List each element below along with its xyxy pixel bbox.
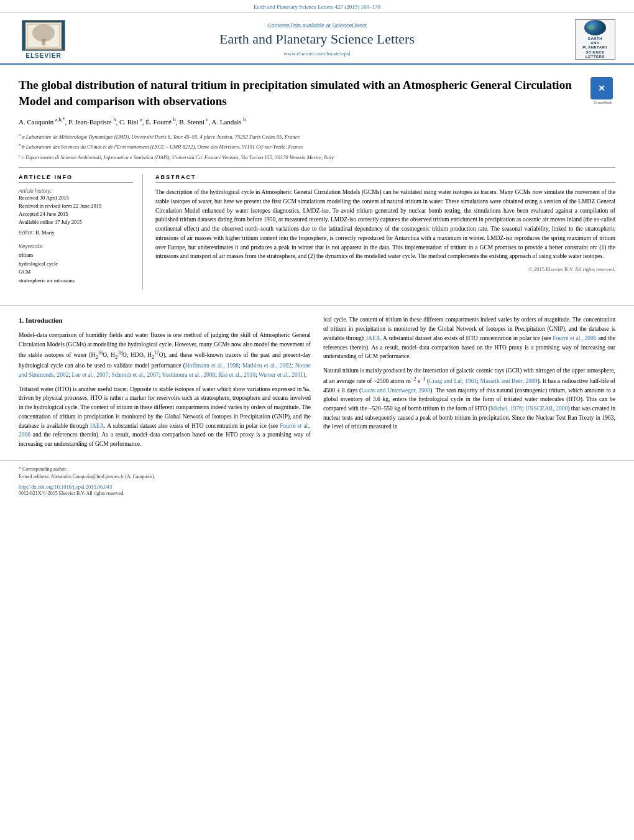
ref-unscear[interactable]: UNSCEAR, 2000 (525, 405, 567, 412)
author-risi: C. Risi a (119, 118, 142, 126)
intro-para-1: Model–data comparison of humidity fields… (19, 331, 311, 379)
body-two-col: 1. Introduction Model–data comparison of… (0, 315, 634, 453)
doi-link[interactable]: http://dx.doi.org/10.1016/j.epsl.2015.06… (19, 484, 112, 490)
keyword-hydro: hydrological cycle (19, 260, 133, 269)
intro-para-4: Natural tritium is mainly produced by th… (323, 366, 615, 432)
article-history: Article history: Received 30 April 2015 … (19, 188, 133, 237)
article-title-section: The global distribution of natural triti… (19, 77, 615, 109)
article-info-column: ARTICLE INFO Article history: Received 3… (19, 174, 143, 290)
intro-para-2: Tritiated water (HTO) is another useful … (19, 385, 311, 449)
affiliation-b: b b Laboratoire des Sciences du Climat e… (19, 142, 615, 151)
section-divider (0, 305, 634, 306)
author-jean-baptiste: P. Jean-Baptiste b (68, 118, 116, 126)
page-wrapper: Earth and Planetary Science Letters 427 … (0, 0, 634, 497)
ref-fourre[interactable]: Fourré et al., 2006 (19, 423, 311, 438)
header-area: ELSEVIER Contents lists available at Sci… (0, 13, 634, 65)
ref-iaea-2[interactable]: IAEA (366, 335, 380, 341)
svg-point-1 (32, 24, 55, 42)
article-title: The global distribution of natural triti… (19, 77, 581, 109)
elsevier-logo: ELSEVIER (19, 20, 68, 59)
ref-werner[interactable]: Werner et al., 2011 (259, 372, 303, 378)
journal-citation: Earth and Planetary Science Letters 427 … (254, 4, 380, 10)
keyword-gcm: GCM (19, 268, 133, 277)
keyword-strat: stratospheric air intrusions (19, 277, 133, 285)
abstract-label: ABSTRACT (155, 174, 615, 183)
abstract-column: ABSTRACT The description of the hydrolog… (155, 174, 615, 290)
ref-schmidt[interactable]: Schmidt et al., 2007 (111, 372, 158, 378)
accepted: Accepted 24 June 2015 (19, 210, 133, 218)
journal-url[interactable]: www.elsevier.com/locate/epsl (68, 50, 566, 57)
article-content: The global distribution of natural triti… (0, 65, 634, 296)
ref-lucas[interactable]: Lucas and Unterweger, 2000 (361, 387, 430, 394)
corresponding-note: * Corresponding author. (19, 466, 615, 473)
elsevier-text: ELSEVIER (25, 52, 61, 59)
received2: Received in revised form 22 June 2015 (19, 202, 133, 210)
article-info-label: ARTICLE INFO (19, 174, 133, 183)
svg-rect-2 (42, 39, 45, 45)
received1: Received 30 April 2015 (19, 194, 133, 202)
intro-heading: 1. Introduction (19, 315, 311, 326)
crossmark-label: CrossMark (590, 101, 615, 104)
issn-note: 0012-821X/© 2015 Elsevier B.V. All right… (19, 490, 615, 497)
crossmark-box: ✕ (590, 77, 613, 99)
keyword-tritium: tritium (19, 251, 133, 260)
affiliation-c: c c Dipartimento di Scienze Ambientali, … (19, 152, 615, 162)
ref-craig[interactable]: Craig and Lal, 1961 (429, 378, 477, 384)
elsevier-logo-image (22, 20, 65, 51)
editor-name: B. Marty (35, 229, 55, 236)
sciencedirect-link[interactable]: ScienceDirect (333, 22, 367, 29)
author-fourre: É. Fourré b (145, 118, 175, 126)
journal-main-title: Earth and Planetary Science Letters (68, 31, 566, 47)
keywords-block: Keywords: tritium hydrological cycle GCM… (19, 243, 133, 285)
earth-globe-icon (584, 20, 606, 35)
ref-hoffmann[interactable]: Hoffmann et al., 1998 (185, 362, 239, 369)
history-label: Article history: (19, 188, 133, 194)
ref-risi[interactable]: Risi et al., 2010 (218, 372, 255, 378)
ref-lee[interactable]: Lee et al., 2007 (72, 372, 109, 378)
crossmark-logo[interactable]: ✕ CrossMark (590, 77, 615, 102)
earth-logo-text: EARTHANDPLANETARYSCIENCELETTERS (582, 37, 608, 59)
keywords-label: Keywords: (19, 243, 133, 249)
available-online: Available online 17 July 2015 (19, 218, 133, 226)
affiliation-a: a a Laboratoire de Météorologie Dynamiqu… (19, 132, 615, 141)
journal-title-center: Contents lists available at ScienceDirec… (68, 22, 566, 56)
email-note: E-mail address: Alexandre.Cauquoin@lmd.j… (19, 473, 615, 481)
footnote-section: * Corresponding author. E-mail address: … (0, 460, 634, 497)
intro-para-3: ical cycle. The content of tritium in th… (323, 315, 615, 361)
journal-bar: Earth and Planetary Science Letters 427 … (0, 0, 634, 13)
copyright: © 2015 Elsevier B.V. All rights reserved… (155, 266, 615, 272)
doi-block: http://dx.doi.org/10.1016/j.epsl.2015.06… (19, 483, 615, 490)
ref-masarik[interactable]: Masarik and Beer, 2009 (480, 378, 538, 384)
author-stenni: B. Stenni c (179, 118, 208, 126)
ref-mathieu[interactable]: Mathieu et al., 2002 (242, 362, 292, 369)
abstract-text: The description of the hydrological cycl… (155, 188, 615, 261)
body-col-left: 1. Introduction Model–data comparison of… (19, 315, 311, 453)
editor-label: Editor: (19, 229, 34, 236)
authors-line: A. Cauquoin a,b,*, P. Jean-Baptiste b, C… (19, 116, 615, 127)
ref-michel[interactable]: Michel, 1976 (490, 405, 522, 412)
ref-yoshimura[interactable]: Yoshimura et al., 2008 (162, 372, 215, 378)
info-abstract-section: ARTICLE INFO Article history: Received 3… (19, 167, 615, 290)
author-landais: A. Landais b (211, 118, 246, 126)
ref-fourre-2[interactable]: Fourré et al., 2006 (553, 335, 596, 341)
affiliations: a a Laboratoire de Météorologie Dynamiqu… (19, 132, 615, 162)
earth-logo-box: EARTHANDPLANETARYSCIENCELETTERS (575, 19, 615, 60)
contents-line: Contents lists available at ScienceDirec… (68, 22, 566, 29)
author-cauquoin: A. Cauquoin a,b,* (19, 118, 65, 126)
earth-logo: EARTHANDPLANETARYSCIENCELETTERS (566, 19, 615, 60)
body-col-right: ical cycle. The content of tritium in th… (323, 315, 615, 453)
editor-block: Editor: B. Marty (19, 229, 133, 237)
ref-iaea[interactable]: IAEA (90, 423, 104, 429)
